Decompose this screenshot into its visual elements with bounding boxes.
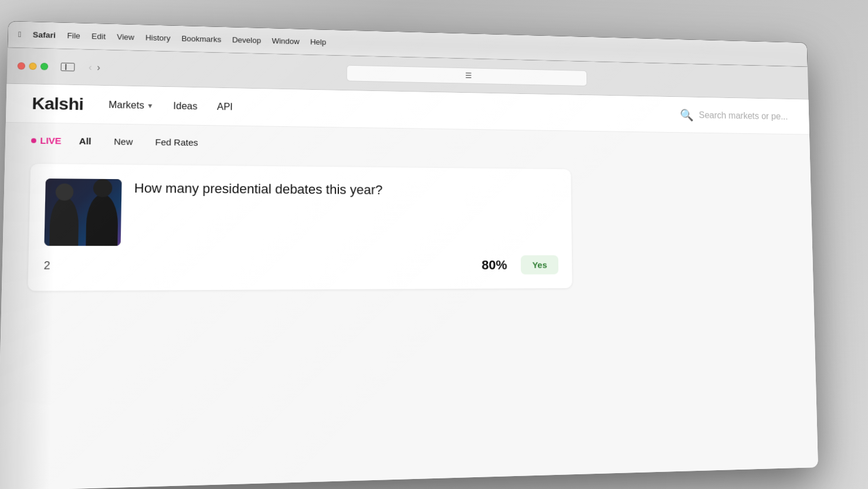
menu-window[interactable]: Window	[272, 36, 299, 46]
api-label: API	[217, 101, 233, 112]
search-icon[interactable]: 🔍	[680, 108, 694, 122]
minimize-button[interactable]	[29, 62, 36, 70]
nav-ideas[interactable]: Ideas	[173, 100, 197, 112]
menu-safari[interactable]: Safari	[33, 30, 56, 39]
filter-new[interactable]: New	[109, 134, 138, 149]
live-label: LIVE	[40, 135, 62, 146]
silhouette-right-icon	[86, 194, 118, 246]
nav-search: 🔍 Search markets or pe...	[680, 108, 788, 123]
address-bar[interactable]: ☰	[347, 65, 588, 86]
menu-history[interactable]: History	[145, 33, 171, 42]
card-thumbnail	[44, 178, 121, 246]
kalshi-logo[interactable]: Kalshi	[32, 94, 83, 114]
market-percentage: 80%	[482, 257, 507, 272]
card-bottom: 2 80% Yes	[43, 255, 558, 276]
nav-arrows: ‹ ›	[89, 62, 100, 72]
silhouette-left-icon	[49, 197, 79, 245]
content-inner: Kalshi Markets ▼ Ideas API 🔍 Search mark…	[0, 84, 818, 489]
menu-help[interactable]: Help	[310, 38, 326, 46]
search-placeholder-text: Search markets or pe...	[699, 110, 788, 122]
live-badge[interactable]: LIVE	[31, 135, 62, 146]
reader-mode-icon: ☰	[465, 71, 472, 80]
sidebar-toggle-button[interactable]	[60, 60, 79, 73]
live-dot-icon	[31, 138, 36, 143]
back-button[interactable]: ‹	[89, 62, 92, 72]
menu-file[interactable]: File	[67, 31, 80, 41]
sidebar-toggle-icon	[61, 62, 75, 71]
forward-button[interactable]: ›	[97, 63, 100, 72]
markets-label: Markets	[108, 99, 144, 110]
debate-image	[44, 178, 121, 246]
screen-container:  Safari File Edit View History Bookmark…	[0, 21, 818, 489]
traffic-lights	[18, 62, 48, 70]
macbook-wrapper:  Safari File Edit View History Bookmark…	[0, 0, 868, 489]
menu-view[interactable]: View	[117, 32, 134, 42]
markets-chevron-icon: ▼	[147, 102, 154, 109]
market-number: 2	[43, 259, 50, 272]
maximize-button[interactable]	[40, 62, 48, 70]
nav-markets[interactable]: Markets ▼	[108, 99, 154, 111]
yes-button[interactable]: Yes	[521, 255, 558, 275]
card-top: How many presidential debates this year?	[44, 178, 558, 246]
nav-api[interactable]: API	[217, 101, 233, 112]
market-question: How many presidential debates this year?	[134, 179, 558, 200]
ideas-label: Ideas	[173, 100, 197, 112]
apple-menu[interactable]: 	[18, 30, 22, 39]
menu-edit[interactable]: Edit	[91, 32, 106, 41]
markets-area: How many presidential debates this year?…	[2, 157, 813, 297]
filter-all[interactable]: All	[74, 133, 96, 149]
menu-develop[interactable]: Develop	[232, 35, 261, 45]
market-card[interactable]: How many presidential debates this year?…	[28, 164, 572, 291]
filter-fed-rates[interactable]: Fed Rates	[150, 134, 203, 150]
menu-bookmarks[interactable]: Bookmarks	[181, 34, 221, 44]
website-content: Kalshi Markets ▼ Ideas API 🔍 Search mark…	[0, 84, 818, 489]
close-button[interactable]	[18, 62, 25, 70]
